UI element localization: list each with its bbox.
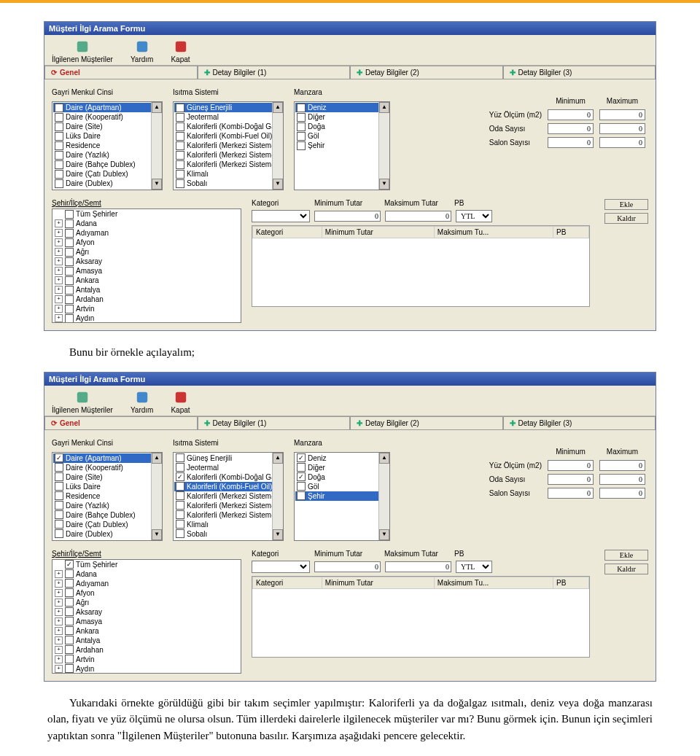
checkbox-icon[interactable] [55, 520, 63, 529]
max-input[interactable] [599, 488, 645, 499]
checkbox-icon[interactable] [55, 113, 63, 122]
checkbox-icon[interactable] [65, 286, 74, 295]
list-item[interactable]: Daire (Yazlık) [53, 501, 161, 510]
tree-item[interactable]: +Aydın [52, 664, 241, 674]
expand-icon[interactable]: + [55, 286, 63, 294]
expand-icon[interactable]: + [55, 267, 63, 275]
tree-item[interactable]: +Adana [52, 569, 241, 579]
ekle-button[interactable]: Ekle [604, 550, 648, 561]
tab-genel[interactable]: ⟳Genel [44, 416, 198, 429]
checkbox-icon[interactable] [176, 104, 184, 112]
list-item[interactable]: Lüks Daire [53, 131, 161, 141]
expand-icon[interactable]: + [55, 570, 63, 578]
list-item[interactable]: Doğa [295, 122, 389, 131]
list-item[interactable]: Sobalı [174, 179, 282, 188]
checkbox-icon[interactable] [65, 229, 74, 238]
tab-d1[interactable]: ✚Detay Bilgiler (1) [198, 416, 351, 429]
list-item[interactable]: Daire (Kooperatif) [53, 112, 161, 122]
mintutar-input[interactable] [314, 211, 381, 222]
list-item[interactable]: Daire (Bahçe Dublex) [53, 160, 161, 169]
tree-item[interactable]: +Artvin [52, 655, 241, 664]
scroll-down-icon[interactable]: ▼ [152, 179, 162, 190]
checkbox-icon[interactable] [65, 210, 74, 219]
list-item[interactable]: Lüks Daire [53, 482, 161, 491]
grid-col-makstutar[interactable]: Maksimum Tu... [434, 227, 553, 238]
listbox[interactable]: Güneş EnerjiliJeotermalKaloriferli (Komb… [173, 101, 284, 190]
checkbox-icon[interactable] [55, 529, 63, 538]
tree-item[interactable]: +Afyon [52, 588, 241, 598]
checkbox-icon[interactable] [176, 122, 184, 131]
min-input[interactable] [548, 460, 594, 471]
list-item[interactable]: Sobalı [174, 529, 282, 539]
checkbox-icon[interactable] [297, 113, 306, 122]
checkbox-icon[interactable] [55, 122, 63, 131]
checkbox-icon[interactable] [55, 510, 63, 519]
list-item[interactable]: Jeotermal [174, 463, 282, 472]
grid-col-mintutar[interactable]: Minimum Tutar [322, 227, 434, 238]
list-item[interactable]: Deniz [295, 453, 389, 463]
expand-icon[interactable]: + [55, 276, 63, 284]
kategori-select[interactable] [252, 561, 310, 573]
checkbox-icon[interactable] [65, 257, 74, 266]
checkbox-icon[interactable] [297, 491, 306, 500]
checkbox-icon[interactable] [55, 151, 63, 160]
min-input[interactable] [548, 488, 594, 499]
kaldir-button[interactable]: Kaldır [604, 213, 648, 224]
checkbox-icon[interactable] [176, 170, 184, 179]
list-item[interactable]: Daire (Bahçe Dublex) [53, 510, 161, 520]
checkbox-icon[interactable] [297, 132, 306, 141]
list-item[interactable]: Güneş Enerjili [174, 453, 282, 463]
tab-d2[interactable]: ✚Detay Bilgiler (2) [350, 66, 503, 79]
list-item[interactable]: Klimalı [174, 169, 282, 179]
tree-item[interactable]: Tüm Şehirler [52, 209, 241, 219]
pb-select[interactable]: YTL [456, 561, 492, 573]
grid-col-makstutar[interactable]: Maksimum Tu... [434, 577, 553, 588]
expand-icon[interactable]: + [55, 636, 63, 644]
mintutar-input[interactable] [314, 561, 381, 572]
checkbox-icon[interactable] [176, 463, 184, 472]
toolbar-btn3[interactable]: Kapat [171, 39, 190, 63]
expand-icon[interactable]: + [55, 229, 63, 237]
min-input[interactable] [548, 123, 594, 134]
checkbox-icon[interactable] [65, 276, 74, 285]
list-item[interactable]: Diğer [295, 112, 389, 122]
list-item[interactable]: Kaloriferli (Merkezi Sistem-Kö [174, 160, 282, 169]
checkbox-icon[interactable] [65, 598, 74, 607]
list-item[interactable]: Jeotermal [174, 112, 282, 122]
min-input[interactable] [548, 474, 594, 485]
list-item[interactable]: Şehir [295, 141, 389, 150]
checkbox-icon[interactable] [55, 141, 63, 150]
expand-icon[interactable]: + [55, 314, 63, 322]
tree-item[interactable]: +Ardahan [52, 645, 241, 655]
checkbox-icon[interactable] [297, 463, 306, 472]
checkbox-icon[interactable] [55, 453, 63, 462]
list-item[interactable]: Kaloriferli (Merkezi Sistem-Fu [174, 501, 282, 510]
tree-item[interactable]: +Artvin [52, 304, 241, 313]
checkbox-icon[interactable] [65, 267, 74, 276]
checkbox-icon[interactable] [297, 122, 306, 131]
tree-item[interactable]: +Adana [52, 219, 241, 228]
tree-item[interactable]: +Aksaray [52, 257, 241, 266]
checkbox-icon[interactable] [65, 569, 74, 578]
tab-d3[interactable]: ✚Detay Bilgiler (3) [503, 66, 656, 79]
tree-item[interactable]: +Ardahan [52, 295, 241, 304]
toolbar-btn3[interactable]: Kapat [171, 390, 190, 414]
tree-item[interactable]: +Ankara [52, 276, 241, 285]
tree-body[interactable]: Tüm Şehirler+Adana+Adıyaman+Afyon+Ağrı+A… [52, 209, 241, 323]
checkbox-icon[interactable] [65, 579, 74, 588]
list-item[interactable]: Kaloriferli (Merkezi Sistem-Do [174, 141, 282, 150]
expand-icon[interactable]: + [55, 238, 63, 246]
checkbox-icon[interactable] [55, 179, 63, 188]
scroll-down-icon[interactable]: ▼ [273, 179, 283, 190]
checkbox-icon[interactable] [55, 160, 63, 169]
checkbox-icon[interactable] [55, 170, 63, 179]
scroll-down-icon[interactable]: ▼ [379, 529, 389, 540]
expand-icon[interactable]: + [55, 599, 63, 607]
checkbox-icon[interactable] [176, 151, 184, 160]
scroll-down-icon[interactable]: ▼ [152, 529, 162, 540]
list-item[interactable]: Kaloriferli (Merkezi Sistem-Kö [174, 510, 282, 520]
grid-col-pb[interactable]: PB [553, 577, 589, 588]
checkbox-icon[interactable] [55, 501, 63, 510]
checkbox-icon[interactable] [65, 645, 74, 654]
checkbox-icon[interactable] [176, 510, 184, 519]
